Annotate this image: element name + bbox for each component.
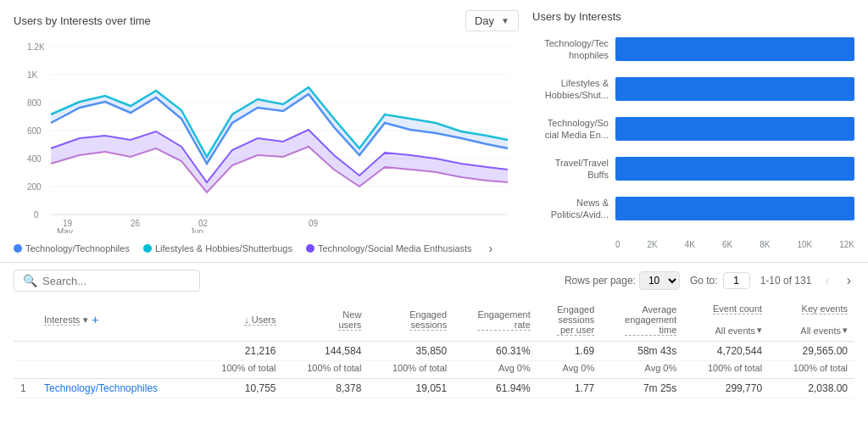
totals-num xyxy=(14,342,37,361)
search-icon: 🔍 xyxy=(23,274,37,287)
legend-label-2: Technology/Social Media Enthusiasts xyxy=(318,243,472,253)
event-count-filter[interactable]: All events ▾ xyxy=(715,325,762,336)
line-chart-area: 1.2K 1K 800 600 400 200 0 19 May 26 0 xyxy=(14,38,519,237)
goto-label: Go to: xyxy=(690,272,750,289)
bar-row-3: Travel/TravelBuffs xyxy=(532,157,854,181)
legend-label-0: Technology/Technophiles xyxy=(25,243,130,253)
row-1-new-users: 8,378 xyxy=(283,379,369,398)
chart-legend: Technology/Technophiles Lifestyles & Hob… xyxy=(14,242,519,255)
key-events-dropdown-icon: ▾ xyxy=(843,325,848,336)
th-engagement-rate: Engagementrate xyxy=(453,298,537,342)
line-chart-title: Users by Interests over time xyxy=(14,14,151,27)
axis-8k: 8K xyxy=(760,240,770,249)
row-1-key-events: 2,038.00 xyxy=(769,379,854,398)
line-chart-header: Users by Interests over time Day ▼ xyxy=(14,10,519,31)
legend-expand-btn[interactable]: › xyxy=(489,242,493,255)
line-chart-svg: 1.2K 1K 800 600 400 200 0 19 May 26 0 xyxy=(14,38,519,233)
row-1-dimension[interactable]: Technology/Technophiles xyxy=(37,379,198,398)
svg-text:1K: 1K xyxy=(27,70,38,80)
legend-dot-0 xyxy=(14,244,22,253)
th-users-label: ↓ Users xyxy=(244,315,275,326)
axis-0: 0 xyxy=(615,240,620,249)
rows-per-page-label: Rows per page: xyxy=(565,275,636,287)
bar-label-1: Lifestyles &Hobbies/Shut... xyxy=(532,77,609,102)
th-new-users-label: Newusers xyxy=(338,309,361,331)
subtotals-engaged-sessions: 100% of total xyxy=(368,361,453,379)
th-avg-engagement: Averageengagementtime xyxy=(601,298,683,342)
totals-dimension xyxy=(37,342,198,361)
row-1-event-count: 299,770 xyxy=(683,379,769,398)
bar-chart-title: Users by Interests xyxy=(532,10,854,23)
totals-engagement-rate: 60.31% xyxy=(453,342,537,361)
th-event-count-label: Event count xyxy=(713,304,762,315)
bottom-section: 🔍 Rows per page: 10 25 50 Go to: 1-10 of… xyxy=(0,263,868,398)
bar-chart-container: Users by Interests Technology/Technophil… xyxy=(532,10,854,255)
row-1-sessions-per-user: 1.77 xyxy=(537,379,601,398)
bar-1 xyxy=(615,77,854,101)
bar-label-3: Travel/TravelBuffs xyxy=(532,157,609,181)
th-event-count: Event count All events ▾ xyxy=(683,298,769,342)
axis-4k: 4K xyxy=(685,240,695,249)
dimension-dropdown-icon[interactable]: ▾ xyxy=(83,315,88,326)
th-new-users: Newusers xyxy=(283,298,369,342)
row-1-engaged-sessions: 19,051 xyxy=(368,379,453,398)
subtotals-new-users: 100% of total xyxy=(283,361,369,379)
next-page-button[interactable]: › xyxy=(843,273,854,288)
rows-per-page: Rows per page: 10 25 50 xyxy=(565,271,680,290)
bar-chart-area: Technology/Technophiles Lifestyles &Hobb… xyxy=(532,31,854,255)
bar-axis: 0 2K 4K 6K 8K 10K 12K xyxy=(532,240,854,249)
table-row: 1 Technology/Technophiles 10,755 8,378 1… xyxy=(14,379,854,398)
row-1-engagement-rate: 61.94% xyxy=(453,379,537,398)
th-sessions-per-user: Engagedsessionsper user xyxy=(537,298,601,342)
svg-text:400: 400 xyxy=(27,154,42,164)
axis-12k: 12K xyxy=(839,240,854,249)
th-num xyxy=(14,298,37,342)
table-header-row: Interests ▾ + ↓ Users Newusers xyxy=(14,298,854,342)
bar-3 xyxy=(615,157,854,181)
legend-item-2: Technology/Social Media Enthusiasts xyxy=(306,243,472,253)
svg-text:1.2K: 1.2K xyxy=(27,42,45,52)
event-count-dropdown-icon: ▾ xyxy=(757,325,762,336)
search-input[interactable] xyxy=(42,275,191,287)
subtotals-row: 100% of total 100% of total 100% of tota… xyxy=(14,361,854,379)
bar-label-4: News &Politics/Avid... xyxy=(532,197,609,221)
subtotals-key-events: 100% of total xyxy=(769,361,854,379)
th-avg-engagement-label: Averageengagementtime xyxy=(625,304,676,336)
goto-input[interactable] xyxy=(723,272,750,289)
line-chart-container: Users by Interests over time Day ▼ 1.2K … xyxy=(14,10,519,255)
rows-per-page-select[interactable]: 10 25 50 xyxy=(639,271,680,290)
totals-users: 21,216 xyxy=(198,342,283,361)
bar-row-2: Technology/Social Media En... xyxy=(532,117,854,142)
th-engaged-sessions: Engagedsessions xyxy=(368,298,453,342)
bar-label-2: Technology/Social Media En... xyxy=(532,117,609,142)
totals-event-count: 4,720,544 xyxy=(683,342,769,361)
bar-row-4: News &Politics/Avid... xyxy=(532,197,854,221)
svg-marker-21 xyxy=(51,130,508,192)
prev-page-button[interactable]: ‹ xyxy=(821,273,832,288)
th-key-events: Key events All events ▾ xyxy=(769,298,854,342)
th-engaged-sessions-label: Engagedsessions xyxy=(409,309,447,331)
bar-0 xyxy=(615,37,854,61)
dimension-header-label: Interests xyxy=(44,315,80,326)
bar-2 xyxy=(615,117,854,141)
subtotals-engagement-rate: Avg 0% xyxy=(453,361,537,379)
svg-text:May: May xyxy=(57,227,73,233)
key-events-filter[interactable]: All events ▾ xyxy=(800,325,848,336)
svg-text:09: 09 xyxy=(309,219,319,228)
add-dimension-btn[interactable]: + xyxy=(92,313,98,326)
legend-item-0: Technology/Technophiles xyxy=(14,243,130,253)
totals-row: 21,216 144,584 35,850 60.31% 1.69 58m 43… xyxy=(14,342,854,361)
totals-key-events: 29,565.00 xyxy=(769,342,854,361)
svg-text:800: 800 xyxy=(27,98,42,108)
subtotals-event-count: 100% of total xyxy=(683,361,769,379)
subtotals-avg-engagement: Avg 0% xyxy=(601,361,683,379)
pagination-controls: Rows per page: 10 25 50 Go to: 1-10 of 1… xyxy=(565,271,854,290)
th-users: ↓ Users xyxy=(198,298,283,342)
axis-6k: 6K xyxy=(722,240,732,249)
search-box[interactable]: 🔍 xyxy=(14,270,200,292)
bar-row-0: Technology/Technophiles xyxy=(532,37,854,62)
day-dropdown[interactable]: Day ▼ xyxy=(465,10,519,31)
totals-avg-engagement: 58m 43s xyxy=(601,342,683,361)
axis-10k: 10K xyxy=(797,240,812,249)
data-table: Interests ▾ + ↓ Users Newusers xyxy=(14,298,854,398)
